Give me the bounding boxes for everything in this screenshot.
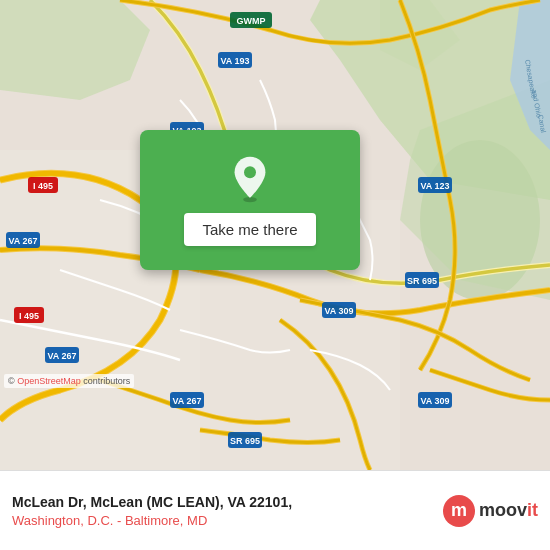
take-me-there-button[interactable]: Take me there <box>184 213 315 246</box>
svg-text:VA 267: VA 267 <box>172 396 201 406</box>
svg-text:GWMP: GWMP <box>237 16 266 26</box>
location-title: McLean Dr, McLean (MC LEAN), VA 22101, <box>12 493 431 511</box>
bottom-bar: McLean Dr, McLean (MC LEAN), VA 22101, W… <box>0 470 550 550</box>
moovit-icon: m <box>443 495 475 527</box>
svg-text:SR 695: SR 695 <box>230 436 260 446</box>
svg-text:I 495: I 495 <box>19 311 39 321</box>
moovit-wordmark: moovit <box>479 500 538 521</box>
location-pin-icon <box>226 155 274 203</box>
svg-text:SR 695: SR 695 <box>407 276 437 286</box>
svg-text:VA 267: VA 267 <box>8 236 37 246</box>
svg-text:VA 193: VA 193 <box>220 56 249 66</box>
svg-text:VA 267: VA 267 <box>47 351 76 361</box>
location-subtitle: Washington, D.C. - Baltimore, MD <box>12 513 431 528</box>
svg-point-38 <box>244 166 256 178</box>
svg-text:VA 123: VA 123 <box>420 181 449 191</box>
svg-text:I 495: I 495 <box>33 181 53 191</box>
location-card: Take me there <box>140 130 360 270</box>
svg-text:VA 309: VA 309 <box>420 396 449 406</box>
osm-attribution: © OpenStreetMap contributors <box>4 374 134 388</box>
svg-text:VA 309: VA 309 <box>324 306 353 316</box>
location-text: McLean Dr, McLean (MC LEAN), VA 22101, W… <box>12 493 431 528</box>
moovit-logo: m moovit <box>443 495 538 527</box>
map-container: Chesapeake and Ohio Canal <box>0 0 550 470</box>
